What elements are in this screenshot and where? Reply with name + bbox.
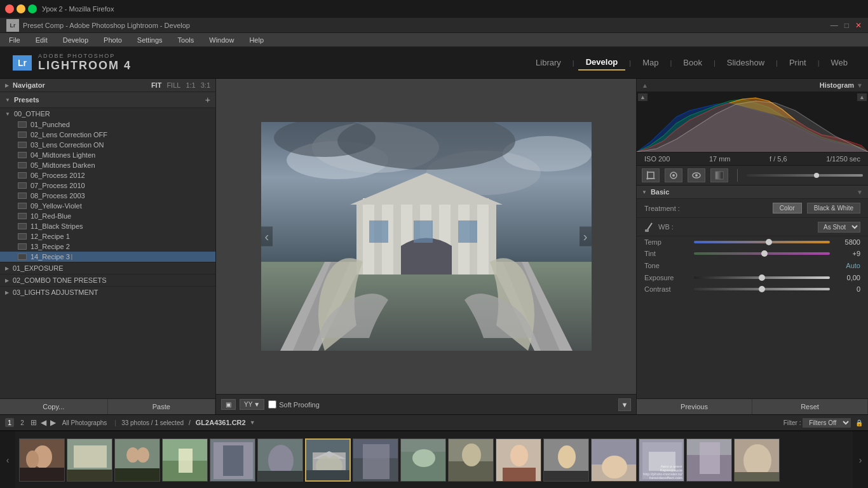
- filmstrip-thumb-12[interactable]: [543, 438, 589, 482]
- filmstrip-thumb-7-selected[interactable]: [305, 438, 351, 482]
- fit-option-fill[interactable]: FILL: [166, 81, 180, 89]
- maximize-button[interactable]: [28, 4, 37, 13]
- preset-item-08[interactable]: 08_Process 2003: [0, 191, 215, 201]
- window-controls[interactable]: [5, 4, 37, 13]
- fit-option-3to1[interactable]: 3:1: [201, 81, 210, 89]
- filmstrip-thumb-15[interactable]: [686, 438, 732, 482]
- nav-arrow-right[interactable]: ›: [580, 227, 592, 247]
- preset-group-combo[interactable]: ▶ 02_COMBO TONE PRESETS: [0, 274, 215, 286]
- tab-web[interactable]: Web: [824, 55, 856, 70]
- presets-section-header[interactable]: ▼ Presets +: [0, 92, 215, 108]
- view-mode-button[interactable]: ▣: [221, 399, 236, 410]
- preset-item-14[interactable]: 14_Recipe 3 |: [0, 252, 215, 262]
- dev-tool-crop[interactable]: [642, 168, 660, 182]
- dev-tool-gradient[interactable]: [710, 168, 728, 182]
- nav-arrow-left[interactable]: ‹: [261, 227, 273, 247]
- fit-option-fit[interactable]: FIT: [151, 81, 162, 89]
- date-button[interactable]: YY ▼: [240, 399, 264, 410]
- treatment-color-button[interactable]: Color: [773, 203, 802, 214]
- tab-library[interactable]: Library: [528, 55, 569, 70]
- filmstrip-thumb-13[interactable]: [591, 438, 637, 482]
- previous-button[interactable]: Previous: [637, 399, 752, 414]
- tone-auto-button[interactable]: Auto: [846, 262, 860, 269]
- filmstrip-thumb-3[interactable]: [114, 438, 160, 482]
- menu-edit[interactable]: Edit: [33, 35, 50, 45]
- presets-add-button[interactable]: +: [205, 95, 210, 105]
- copy-button[interactable]: Copy...: [0, 399, 108, 414]
- menu-tools[interactable]: Tools: [175, 35, 197, 45]
- develop-tools-slider[interactable]: [747, 174, 863, 177]
- hist-nav-down[interactable]: ▲: [857, 93, 867, 101]
- preset-item-01[interactable]: 01_Punched: [0, 119, 215, 130]
- contrast-slider-track[interactable]: [694, 288, 830, 290]
- menu-file[interactable]: File: [6, 35, 23, 45]
- temp-slider-track[interactable]: [694, 241, 830, 243]
- filmstrip-thumb-14[interactable]: Авто и агент Карандашов http://photo-mon…: [639, 438, 684, 482]
- filter-lock-icon[interactable]: 🔒: [855, 419, 863, 426]
- filmstrip-page2[interactable]: 2: [18, 418, 27, 428]
- filmstrip-thumb-4[interactable]: [162, 438, 208, 482]
- filmstrip-next-icon[interactable]: ▶: [50, 418, 56, 427]
- preset-group-exposure[interactable]: ▶ 01_EXPOSURE: [0, 262, 215, 274]
- preset-item-06[interactable]: 06_Process 2012: [0, 170, 215, 180]
- preset-item-13[interactable]: 13_Recipe 2: [0, 241, 215, 252]
- preset-item-05[interactable]: 05_Midtones Darken: [0, 160, 215, 170]
- filmstrip-thumb-5[interactable]: [210, 438, 255, 482]
- navigator-section-header[interactable]: ▶ Navigator FIT FILL 1:1 3:1: [0, 79, 215, 92]
- tab-print[interactable]: Print: [782, 55, 814, 70]
- histogram-nav-left[interactable]: ▲: [642, 82, 648, 89]
- tint-slider-track[interactable]: [694, 252, 830, 255]
- preset-item-02[interactable]: 02_Lens Correction OFF: [0, 130, 215, 140]
- preset-item-12[interactable]: 12_Recipe 1: [0, 231, 215, 241]
- filmstrip-thumb-10[interactable]: [448, 438, 494, 482]
- filmstrip-left-nav[interactable]: ‹: [0, 431, 15, 488]
- preset-item-03[interactable]: 03_Lens Correction ON: [0, 140, 215, 150]
- menu-settings[interactable]: Settings: [135, 35, 165, 45]
- tab-book[interactable]: Book: [675, 55, 710, 70]
- filmstrip-thumb-2[interactable]: [67, 438, 112, 482]
- filename-dropdown-icon[interactable]: ▼: [250, 419, 255, 426]
- menu-help[interactable]: Help: [247, 35, 266, 45]
- preset-item-10[interactable]: 10_Red-Blue: [0, 211, 215, 221]
- filmstrip-prev-icon[interactable]: ◀: [41, 418, 46, 427]
- paste-button[interactable]: Paste: [108, 399, 216, 414]
- soft-proof-checkbox[interactable]: [268, 400, 276, 409]
- filter-select[interactable]: Filters Off Rated Flagged: [803, 418, 851, 428]
- fit-option-1to1[interactable]: 1:1: [186, 81, 195, 89]
- tab-develop[interactable]: Develop: [578, 55, 626, 71]
- dev-tool-redeye[interactable]: [688, 168, 705, 182]
- preset-item-04[interactable]: 04_Midtones Lighten: [0, 150, 215, 160]
- preset-item-11[interactable]: 11_Black Stripes: [0, 221, 215, 231]
- tab-map[interactable]: Map: [635, 55, 666, 70]
- histogram-settings-icon[interactable]: ▼: [857, 82, 863, 89]
- tab-slideshow[interactable]: Slideshow: [719, 55, 772, 70]
- filmstrip-thumb-16[interactable]: [734, 438, 780, 482]
- title-min[interactable]: —: [831, 21, 838, 30]
- hist-nav-up[interactable]: ▲: [638, 93, 648, 101]
- exposure-slider-thumb[interactable]: [759, 274, 765, 281]
- filmstrip-thumb-9[interactable]: [400, 438, 446, 482]
- develop-slider-thumb[interactable]: [814, 173, 819, 178]
- preset-item-07[interactable]: 07_Process 2010: [0, 180, 215, 191]
- filmstrip-page1[interactable]: 1: [5, 418, 14, 427]
- basic-settings-icon[interactable]: ▼: [857, 189, 863, 196]
- grid-view-icon[interactable]: ⊞: [31, 418, 37, 427]
- temp-slider-thumb[interactable]: [766, 239, 772, 245]
- tint-slider-thumb[interactable]: [761, 250, 768, 257]
- menu-window[interactable]: Window: [207, 35, 236, 45]
- filmstrip-thumb-8[interactable]: [353, 438, 398, 482]
- filmstrip-thumb-1[interactable]: [19, 438, 65, 482]
- filmstrip-thumb-6[interactable]: [257, 438, 303, 482]
- wb-select[interactable]: As Shot Auto Daylight: [818, 222, 860, 233]
- filmstrip-thumb-11[interactable]: [496, 438, 541, 482]
- toolbar-expand-button[interactable]: ▼: [618, 398, 631, 411]
- filmstrip-collection[interactable]: All Photographs: [60, 418, 110, 428]
- minimize-button[interactable]: [17, 4, 25, 13]
- title-close[interactable]: ✕: [855, 21, 862, 30]
- eyedropper-icon[interactable]: [644, 220, 654, 233]
- menu-photo[interactable]: Photo: [101, 35, 125, 45]
- treatment-bw-button[interactable]: Black & White: [807, 203, 860, 214]
- preset-group-lights[interactable]: ▶ 03_LIGHTS ADJUSTMENT: [0, 286, 215, 298]
- close-button[interactable]: [5, 4, 14, 13]
- reset-button[interactable]: Reset: [752, 399, 868, 414]
